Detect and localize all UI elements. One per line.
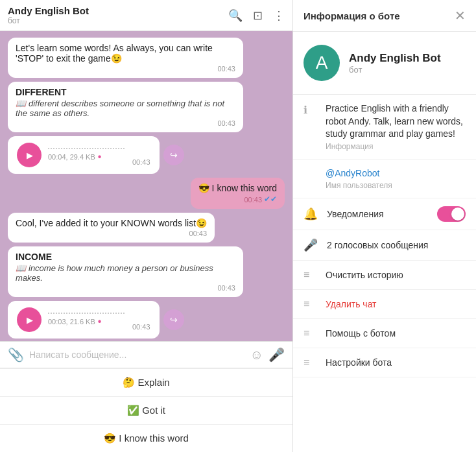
- notifications-toggle[interactable]: [437, 206, 466, 222]
- forward-button-2[interactable]: ↪: [163, 309, 184, 330]
- voice-messages-row: 🎤 2 голосовых сообщения: [293, 230, 476, 261]
- notifications-row: 🔔 Уведомления: [293, 198, 476, 230]
- chat-subtitle: бот: [8, 16, 89, 25]
- audio-duration-2: 00:03, 21.6 KB: [48, 318, 95, 326]
- bot-description: Practice English with a friendly robot A…: [326, 102, 466, 141]
- username-label: Имя пользователя: [326, 181, 392, 190]
- bot-help-label: Помощь с ботом: [326, 328, 396, 339]
- delete-chat-label: Удалить чат: [326, 299, 377, 309]
- forward-button-1[interactable]: ↪: [163, 145, 184, 165]
- bot-type: бот: [349, 65, 441, 75]
- play-button-1[interactable]: [17, 143, 42, 167]
- bot-settings-label: Настройки бота: [326, 357, 392, 368]
- search-icon[interactable]: 🔍: [228, 8, 243, 23]
- avatar-letter: A: [316, 53, 328, 73]
- audio-meta-2: 00:03, 21.6 KB •: [48, 316, 126, 327]
- audio-dot: •: [98, 152, 102, 162]
- layout-icon[interactable]: ⊡: [253, 8, 263, 23]
- audio-info-1: 00:04, 29.4 KB •: [48, 148, 126, 162]
- word-title: DIFFERENT: [16, 87, 235, 97]
- play-button-2[interactable]: [17, 307, 42, 332]
- description-label: Информация: [326, 142, 466, 151]
- quick-reply-explain[interactable]: 🤔 Explain: [0, 368, 292, 396]
- audio-bubble-1: 00:04, 29.4 KB • 00:43: [8, 136, 160, 174]
- header-icons: 🔍 ⊡ ⋮: [228, 8, 285, 23]
- emoji-icon[interactable]: ☺: [250, 348, 263, 363]
- read-checkmark: ✔✔: [264, 195, 277, 204]
- quick-replies: 🤔 Explain ✅ Got it 😎 I know this word: [0, 368, 292, 452]
- message-text: Let's learn some words! As always, you c…: [16, 43, 213, 64]
- audio-duration: 00:04, 29.4 KB: [48, 153, 95, 161]
- message-time: 00:43: [244, 196, 262, 204]
- list-icon: ≡: [303, 269, 316, 281]
- message-time: 00:43: [16, 65, 235, 73]
- username-link[interactable]: @AndyRobot: [326, 167, 392, 180]
- close-button[interactable]: ✕: [455, 8, 466, 23]
- message-2: DIFFERENT 📖different describes someone o…: [8, 82, 243, 132]
- chat-header-info: Andy English Bot бот: [8, 5, 89, 25]
- message-3: Cool, I've added it to your KNOWN words …: [8, 213, 215, 243]
- voice-count: 2 голосовых сообщения: [327, 240, 428, 250]
- bot-settings-row[interactable]: ≡ Настройки бота: [293, 348, 476, 377]
- audio-message-1: 00:04, 29.4 KB • 00:43 ↪: [8, 136, 285, 174]
- attach-icon[interactable]: 📎: [8, 347, 24, 363]
- audio-message-2: 00:03, 21.6 KB • 00:43 ↪: [8, 301, 285, 339]
- message-input[interactable]: [29, 350, 245, 360]
- message-time: 00:43: [16, 119, 235, 127]
- message-user-1: 😎 I know this word 00:43 ✔✔: [191, 178, 285, 209]
- chat-header: Andy English Bot бот 🔍 ⊡ ⋮: [0, 0, 292, 31]
- word-def-2: 📖income is how much money a person or bu…: [16, 263, 235, 283]
- notifications-label: 🔔 Уведомления: [303, 207, 384, 221]
- audio-time-2: 00:43: [132, 323, 150, 332]
- list-icon-4: ≡: [303, 357, 316, 368]
- bot-name-block: Andy English Bot бот: [349, 52, 441, 75]
- word-def: 📖different describes someone or somethin…: [16, 99, 235, 118]
- delete-chat-row[interactable]: ≡ Удалить чат: [293, 290, 476, 319]
- message-4: INCOME 📖income is how much money a perso…: [8, 246, 243, 297]
- message-time: 00:43: [16, 230, 207, 237]
- notifications-text: Уведомления: [327, 209, 384, 219]
- message-text: Cool, I've added it to your KNOWN words …: [16, 218, 207, 228]
- bot-info-section: A Andy English Bot бот: [293, 32, 476, 95]
- audio-info-2: 00:03, 21.6 KB •: [48, 313, 126, 327]
- username-content: @AndyRobot Имя пользователя: [326, 167, 392, 191]
- input-area: 📎 ☺ 🎤: [0, 341, 292, 368]
- panel-title: Информация о боте: [303, 10, 400, 21]
- audio-waveform-1: [48, 148, 126, 149]
- message-1: Let's learn some words! As always, you c…: [8, 38, 243, 78]
- right-panel-header: Информация о боте ✕: [293, 0, 476, 32]
- quick-reply-gotit[interactable]: ✅ Got it: [0, 396, 292, 424]
- bot-name: Andy English Bot: [349, 52, 441, 65]
- info-icon: ℹ: [303, 104, 316, 116]
- list-icon-3: ≡: [303, 327, 316, 339]
- audio-dot-2: •: [98, 316, 102, 327]
- message-time-area: 00:43 ✔✔: [198, 195, 277, 204]
- microphone-icon: 🎤: [303, 238, 318, 252]
- list-icon-2: ≡: [303, 298, 316, 310]
- audio-time: 00:43: [132, 158, 150, 167]
- microphone-icon[interactable]: 🎤: [268, 347, 285, 363]
- toggle-knob: [451, 208, 464, 220]
- audio-waveform-2: [48, 313, 126, 314]
- bell-icon: 🔔: [303, 207, 318, 221]
- bot-avatar: A: [303, 45, 340, 81]
- more-icon[interactable]: ⋮: [273, 8, 285, 23]
- clear-history-label: Очистить историю: [326, 270, 403, 280]
- chat-panel: Andy English Bot бот 🔍 ⊡ ⋮ Let's learn s…: [0, 0, 293, 452]
- clear-history-row[interactable]: ≡ Очистить историю: [293, 261, 476, 290]
- audio-meta-1: 00:04, 29.4 KB •: [48, 152, 126, 162]
- user-message-text: 😎 I know this word: [198, 183, 277, 193]
- bot-help-row[interactable]: ≡ Помощь с ботом: [293, 319, 476, 348]
- description-row: ℹ Practice English with a friendly robot…: [293, 95, 476, 160]
- messages-area: Let's learn some words! As always, you c…: [0, 31, 292, 341]
- word-title-2: INCOME: [16, 252, 235, 262]
- right-panel: Информация о боте ✕ A Andy English Bot б…: [293, 0, 476, 452]
- quick-reply-know[interactable]: 😎 I know this word: [0, 424, 292, 452]
- description-content: Practice English with a friendly robot A…: [326, 102, 466, 151]
- username-row: @AndyRobot Имя пользователя: [293, 160, 476, 199]
- message-time: 00:43: [16, 284, 235, 292]
- chat-title: Andy English Bot: [8, 5, 89, 16]
- audio-bubble-2: 00:03, 21.6 KB • 00:43: [8, 301, 160, 339]
